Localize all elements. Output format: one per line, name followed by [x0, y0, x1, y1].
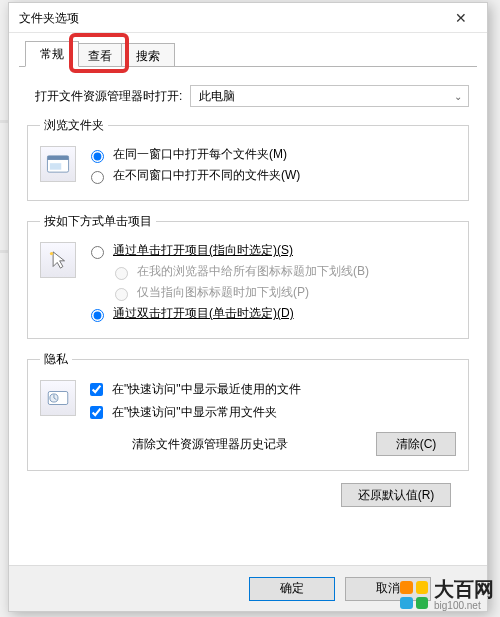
checkbox-recent-files-input[interactable]	[90, 383, 103, 396]
window-title: 文件夹选项	[19, 3, 79, 33]
titlebar: 文件夹选项 ✕	[9, 3, 487, 33]
group-browse-folders: 浏览文件夹 在同一窗口中打开每个文件夹(M) 在不同窗口中打开不同的文件夹(W)	[27, 117, 469, 201]
dialog-buttons: 确定 取消	[9, 565, 487, 611]
checkbox-recent-files-label: 在"快速访问"中显示最近使用的文件	[112, 381, 301, 398]
radio-underline-hover-label: 仅当指向图标标题时加下划线(P)	[137, 284, 309, 301]
tab-search[interactable]: 搜索	[121, 43, 175, 67]
clear-button[interactable]: 清除(C)	[376, 432, 456, 456]
radio-underline-hover: 仅当指向图标标题时加下划线(P)	[110, 284, 456, 301]
svg-point-4	[50, 252, 53, 255]
radio-new-window-input[interactable]	[91, 171, 104, 184]
svg-marker-3	[53, 252, 64, 268]
radio-new-window-label: 在不同窗口中打开不同的文件夹(W)	[113, 167, 300, 184]
group-click-legend: 按如下方式单击项目	[40, 213, 156, 230]
close-icon: ✕	[455, 3, 467, 33]
radio-underline-all: 在我的浏览器中给所有图标标题加下划线(B)	[110, 263, 456, 280]
radio-same-window[interactable]: 在同一窗口中打开每个文件夹(M)	[86, 146, 456, 163]
checkbox-frequent-folders-input[interactable]	[90, 406, 103, 419]
radio-double-click[interactable]: 通过双击打开项目(单击时选定)(D)	[86, 305, 456, 322]
open-with-label: 打开文件资源管理器时打开:	[35, 88, 182, 105]
group-privacy: 隐私 在"快速访问"中显示最近使用的文件 在"快速访问"中显示常用文件夹 清	[27, 351, 469, 471]
close-button[interactable]: ✕	[441, 4, 481, 32]
chevron-down-icon: ⌄	[454, 91, 462, 102]
clear-history-label: 清除文件资源管理器历史记录	[132, 436, 288, 453]
checkbox-frequent-folders[interactable]: 在"快速访问"中显示常用文件夹	[86, 403, 456, 422]
cursor-click-icon	[40, 242, 76, 278]
radio-same-window-label: 在同一窗口中打开每个文件夹(M)	[113, 146, 287, 163]
svg-rect-1	[47, 156, 68, 160]
folder-window-icon	[40, 146, 76, 182]
history-icon	[40, 380, 76, 416]
radio-underline-hover-input	[115, 288, 128, 301]
checkbox-recent-files[interactable]: 在"快速访问"中显示最近使用的文件	[86, 380, 456, 399]
radio-same-window-input[interactable]	[91, 150, 104, 163]
checkbox-frequent-folders-label: 在"快速访问"中显示常用文件夹	[112, 404, 277, 421]
svg-rect-2	[50, 163, 61, 170]
radio-single-click[interactable]: 通过单击打开项目(指向时选定)(S)	[86, 242, 456, 259]
radio-new-window[interactable]: 在不同窗口中打开不同的文件夹(W)	[86, 167, 456, 184]
radio-underline-all-label: 在我的浏览器中给所有图标标题加下划线(B)	[137, 263, 369, 280]
radio-double-click-input[interactable]	[91, 309, 104, 322]
folder-options-dialog: 文件夹选项 ✕ 常规 查看 搜索 打开文件资源管理器时打开: 此电脑 ⌄ 浏览文…	[8, 2, 488, 612]
radio-single-click-input[interactable]	[91, 246, 104, 259]
tab-view[interactable]: 查看	[73, 43, 127, 67]
radio-single-click-label: 通过单击打开项目(指向时选定)(S)	[113, 242, 293, 259]
tab-strip: 常规 查看 搜索	[19, 41, 477, 67]
tab-general[interactable]: 常规	[25, 41, 79, 67]
radio-underline-all-input	[115, 267, 128, 280]
tab-panel-general: 打开文件资源管理器时打开: 此电脑 ⌄ 浏览文件夹 在同一窗口中打开每个文件夹(…	[9, 67, 487, 507]
ok-button[interactable]: 确定	[249, 577, 335, 601]
restore-defaults-button[interactable]: 还原默认值(R)	[341, 483, 451, 507]
group-browse-legend: 浏览文件夹	[40, 117, 108, 134]
group-privacy-legend: 隐私	[40, 351, 72, 368]
group-click-items: 按如下方式单击项目 通过单击打开项目(指向时选定)(S) 在我的浏览器中给所有图…	[27, 213, 469, 339]
open-with-dropdown[interactable]: 此电脑 ⌄	[190, 85, 469, 107]
open-with-value: 此电脑	[199, 88, 235, 105]
radio-double-click-label: 通过双击打开项目(单击时选定)(D)	[113, 305, 294, 322]
cancel-button[interactable]: 取消	[345, 577, 431, 601]
